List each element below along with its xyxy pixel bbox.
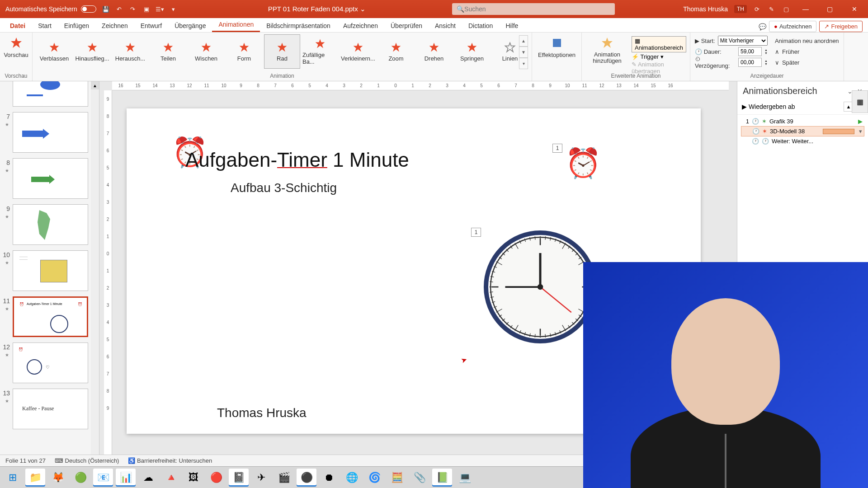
animation-pane-button[interactable]: ▦ Animationsbereich [632, 36, 686, 52]
slide-subtitle[interactable]: Aufbau 3-Schichtig [231, 181, 337, 195]
sync-icon[interactable]: ⟳ [753, 5, 761, 13]
trigger-button[interactable]: ⚡ Trigger ▾ [632, 53, 686, 60]
anim-effect-hinausflieg[interactable]: Hinausflieg... [74, 34, 110, 69]
vlc-icon[interactable]: 🔺 [161, 469, 181, 487]
slide-title[interactable]: Aufgaben-Timer 1 Minute [185, 145, 409, 178]
anim-effect-teilen[interactable]: Teilen [150, 34, 186, 69]
thumbnail-slide-7[interactable]: 7 [0, 109, 91, 155]
duration-input[interactable] [738, 47, 762, 56]
anim-list-item[interactable]: 🕐🕐Weiter: Weiter... [741, 136, 864, 146]
tab-help[interactable]: Hilfe [499, 19, 524, 32]
app-icon-5[interactable]: ⏺ [319, 469, 339, 487]
tab-slideshow[interactable]: Bildschirmpräsentation [260, 19, 337, 32]
thumbnail-slide-13[interactable]: 13Kaffee - Pause [0, 386, 91, 432]
user-name[interactable]: Thomas Hruska [683, 5, 728, 13]
app-icon-8[interactable]: 💻 [455, 469, 475, 487]
tab-dictation[interactable]: Dictation [462, 19, 499, 32]
search-box[interactable]: 🔍 [452, 3, 615, 15]
preview-button[interactable]: Vorschau [1, 34, 31, 60]
thumbnail-scrollbar[interactable]: ▲ ▼ [91, 81, 99, 474]
tab-start[interactable]: Start [32, 19, 58, 32]
edge-icon[interactable]: 🌀 [364, 469, 384, 487]
thumbnail-slide-9[interactable]: 9 [0, 202, 91, 248]
calc-icon[interactable]: 🧮 [387, 469, 407, 487]
powerpoint-icon[interactable]: 📊 [116, 469, 136, 487]
play-from-button[interactable]: ▶ Wiedergeben ab [742, 103, 795, 110]
app-icon-2[interactable]: 🖼 [184, 469, 203, 487]
clock-3d-model[interactable] [484, 230, 597, 343]
tab-review[interactable]: Überprüfen [384, 19, 429, 32]
status-accessibility[interactable]: ♿ Barrierefreiheit: Untersuchen [128, 457, 212, 464]
effect-options-button[interactable]: Effektoptionen [535, 34, 578, 60]
search-input[interactable] [464, 5, 610, 13]
move-earlier-button[interactable]: ∧ Früher [775, 46, 839, 57]
thumbnail-slide-11[interactable]: 11⏰Aufgaben-Timer 1 Minute⏰ [0, 294, 91, 340]
obs-icon[interactable]: ⚫ [297, 469, 316, 487]
anim-effect-rad[interactable]: Rad [264, 34, 300, 69]
thumbnail-slide-6[interactable]: 6————————— [0, 81, 91, 109]
anim-effect-verkleinern[interactable]: Verkleinern... [340, 34, 376, 69]
thumbnail-slide-8[interactable]: 8 [0, 155, 91, 202]
undo-icon[interactable]: ↶ [115, 5, 123, 13]
tab-design[interactable]: Entwurf [134, 19, 168, 32]
maximize-button[interactable]: ▢ [821, 0, 839, 18]
thumb-scroll-up[interactable]: ▲ [91, 81, 99, 89]
app-icon-7[interactable]: 📎 [410, 469, 429, 487]
status-slide[interactable]: Folie 11 von 27 [5, 457, 46, 464]
anim-effect-zuflligeba[interactable]: Zufällige Ba... [302, 34, 338, 69]
record-button[interactable]: Aufzeichnen [769, 21, 816, 32]
gallery-more[interactable]: ▾ [519, 58, 528, 69]
autosave-toggle[interactable]: Automatisches Speichern [5, 5, 96, 13]
tab-record[interactable]: Aufzeichnen [337, 19, 384, 32]
close-button[interactable]: ✕ [845, 0, 863, 18]
app-icon-3[interactable]: 🔴 [206, 469, 226, 487]
tab-draw[interactable]: Zeichnen [95, 19, 134, 32]
comments-icon[interactable]: 💬 [759, 23, 766, 30]
anim-effect-drehen[interactable]: Drehen [416, 34, 452, 69]
anim-effect-zoom[interactable]: Zoom [378, 34, 414, 69]
app-icon-6[interactable]: 🌐 [342, 469, 362, 487]
share-button[interactable]: ↗ Freigeben [819, 21, 863, 32]
thumbnail-slide-12[interactable]: 12⏰♡ [0, 340, 91, 386]
chrome-icon[interactable]: 🟢 [71, 469, 90, 487]
anim-tag-1[interactable]: 1 [552, 144, 562, 153]
excel-icon[interactable]: 📗 [432, 469, 452, 487]
telegram-icon[interactable]: ✈ [251, 469, 271, 487]
touch-icon[interactable]: ☰▾ [156, 5, 164, 13]
tab-animations[interactable]: Animationen [212, 18, 260, 32]
user-badge[interactable]: TH [734, 5, 747, 13]
file-explorer-icon[interactable]: 📁 [25, 469, 45, 487]
firefox-icon[interactable]: 🦊 [48, 469, 68, 487]
start-menu-button[interactable]: ⊞ [3, 469, 23, 487]
qat-more-icon[interactable]: ▾ [170, 5, 178, 13]
gallery-down[interactable]: ▼ [519, 47, 528, 58]
app-icon-1[interactable]: ☁ [138, 469, 158, 487]
save-icon[interactable]: 💾 [102, 5, 110, 13]
filename[interactable]: PPT 01 Roter Faden 004.pptx ⌄ [268, 5, 366, 13]
add-animation-button[interactable]: Animation hinzufügen [585, 34, 629, 69]
window-icon[interactable]: ▢ [782, 5, 790, 13]
anim-effect-form[interactable]: Form [226, 34, 262, 69]
anim-effect-verblassen[interactable]: Verblassen [36, 34, 72, 69]
minimize-button[interactable]: — [797, 0, 815, 18]
gallery-up[interactable]: ▲ [519, 35, 528, 47]
side-panel-toggle[interactable]: ▦ [852, 90, 868, 113]
present-icon[interactable]: ▣ [142, 5, 151, 13]
delay-input[interactable] [738, 58, 762, 67]
move-later-button[interactable]: ∨ Später [775, 57, 839, 68]
brush-icon[interactable]: ✎ [768, 5, 776, 13]
tab-file[interactable]: Datei [4, 19, 32, 32]
thumbnail-slide-10[interactable]: 10—————— [0, 248, 91, 294]
anim-effect-wischen[interactable]: Wischen [188, 34, 224, 69]
app-icon-4[interactable]: 🎬 [274, 469, 294, 487]
start-select[interactable]: Mit Vorheriger [718, 36, 768, 46]
tab-view[interactable]: Ansicht [429, 19, 462, 32]
anim-list-item[interactable]: 1🕐✶Grafik 39▶ [741, 117, 864, 126]
status-lang[interactable]: ⌨ Deutsch (Österreich) [55, 457, 119, 464]
slide-author[interactable]: Thomas Hruska [217, 406, 307, 420]
anim-list-item[interactable]: 🕐✶3D-Modell 38▾ [741, 126, 864, 136]
outlook-icon[interactable]: 📧 [93, 469, 113, 487]
anim-tag-2[interactable]: 1 [471, 228, 481, 237]
anim-effect-herausch[interactable]: Herausch... [112, 34, 148, 69]
onenote-icon[interactable]: 📓 [229, 469, 249, 487]
